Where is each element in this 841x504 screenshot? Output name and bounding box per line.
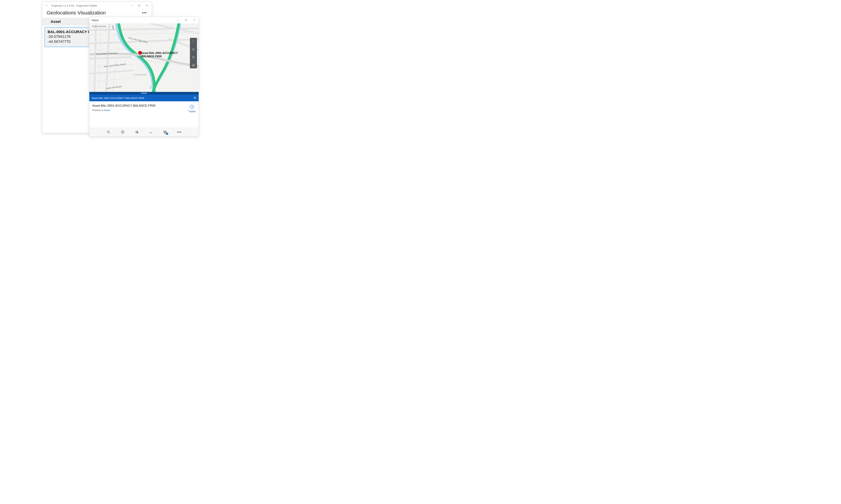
near-link[interactable]: Gimec	[104, 109, 110, 111]
maps-minimize-button[interactable]	[173, 17, 182, 23]
info-bar-title: Asset BAL-0001-ACCURACY BALANCE FR09	[92, 96, 144, 100]
info-bar: Asset BAL-0001-ACCURACY BALANCE FR09	[89, 94, 199, 101]
map-canvas[interactable]: Rua Ana Lima João Rua Jose Dias Filho Ru…	[89, 23, 199, 92]
engeman-window-title: Engeman 11.2.5 R3 - Engeman® Mobile	[51, 4, 128, 7]
svg-rect-1	[185, 19, 187, 21]
directions-icon-button[interactable]	[120, 130, 125, 134]
map-tools	[190, 38, 197, 68]
svg-point-9	[193, 57, 194, 57]
maps-titlebar: Mapas	[89, 17, 199, 23]
search-button[interactable]	[106, 130, 111, 134]
close-button[interactable]	[143, 2, 151, 9]
grip-icon	[141, 93, 147, 94]
place-near: Próximo a Gimec	[92, 109, 188, 111]
maximize-button[interactable]	[135, 2, 143, 9]
maps-window: Mapas	[89, 17, 199, 137]
svg-rect-0	[139, 5, 140, 6]
page-title: Geolocations Visualization	[47, 10, 106, 16]
engeman-titlebar: Engeman 11.2.5 R3 - Engeman® Mobile	[42, 2, 152, 9]
directions-label: Trajeto	[188, 110, 195, 113]
svg-point-4	[139, 52, 141, 53]
chevron-down-icon	[45, 20, 50, 23]
place-title: Asset BAL-0001-ACCURACY BALANCE FR09	[92, 104, 188, 108]
back-button[interactable]	[43, 2, 51, 9]
maps-close-button[interactable]	[190, 17, 199, 23]
section-label: Asset	[51, 19, 61, 24]
maps-maximize-button[interactable]	[182, 17, 190, 23]
svg-rect-13	[164, 131, 166, 133]
tabs-badge: 1	[166, 132, 168, 135]
info-bar-close-button[interactable]	[194, 96, 196, 100]
bottom-more-button[interactable]: •••	[177, 130, 182, 134]
maps-window-title: Mapas	[89, 19, 173, 21]
locate-button[interactable]	[190, 55, 197, 59]
tilt-button[interactable]	[190, 47, 197, 51]
near-prefix: Próximo a	[92, 109, 104, 111]
layers-button[interactable]	[190, 63, 197, 67]
svg-rect-5	[140, 54, 140, 57]
directions-button[interactable]: Trajeto	[188, 104, 195, 126]
place-detail-panel: Asset BAL-0001-ACCURACY BALANCE FR09 Pró…	[89, 101, 199, 128]
svg-point-11	[107, 131, 109, 133]
map-pin-label: Asset BAL-0001-ACCURACY BALANCE FR09	[141, 51, 180, 58]
compass-button[interactable]	[190, 39, 197, 43]
panel-drag-handle[interactable]	[89, 92, 199, 94]
minimize-button[interactable]	[128, 2, 135, 9]
favorites-button[interactable]	[135, 130, 139, 134]
area-label: VILA MOZART	[133, 74, 147, 76]
more-menu-button[interactable]: •••	[142, 11, 147, 15]
maps-bottom-toolbar: 1 •••	[89, 128, 199, 136]
tabs-button[interactable]: 1	[163, 130, 167, 134]
ink-button[interactable]	[149, 130, 153, 134]
